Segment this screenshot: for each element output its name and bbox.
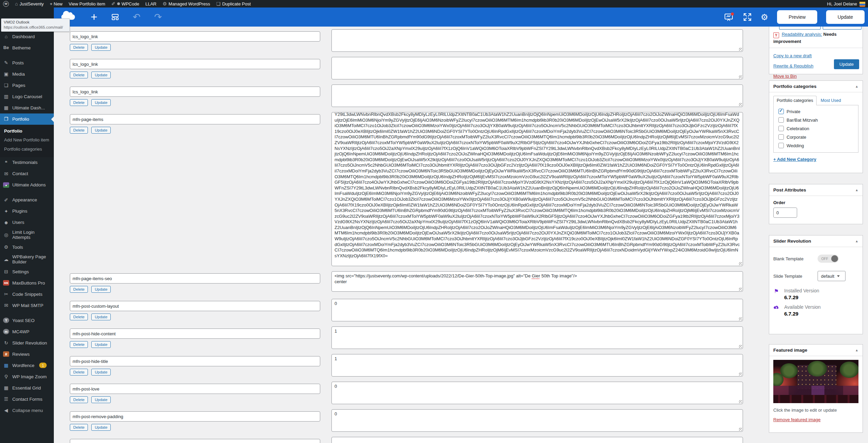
custom-field-value-textarea[interactable]: 0 <box>331 409 743 432</box>
frontend-preview-icon[interactable] <box>724 12 734 22</box>
category-corporate[interactable]: Corporate <box>778 134 855 140</box>
checkbox-icon[interactable] <box>778 117 784 123</box>
delete-field-button[interactable]: Delete <box>70 286 88 293</box>
preview-button[interactable]: Preview <box>777 10 817 24</box>
collapse-arrow-icon[interactable]: ▲ <box>855 348 858 352</box>
sidebar-item-dashboard[interactable]: ⌂ Dashboard <box>0 31 54 42</box>
custom-field-value-textarea[interactable]: <img src="https://justseventy.com/wp-con… <box>331 271 743 292</box>
sidebar-item-portfolio[interactable]: ❐ Portfolio <box>0 113 54 125</box>
custom-field-key-input[interactable] <box>70 114 320 124</box>
delete-field-button[interactable]: Delete <box>70 99 88 106</box>
update-field-button[interactable]: Update <box>91 286 111 293</box>
account-greeting[interactable]: Hi, Joel Delane <box>827 1 857 6</box>
custom-field-value-textarea[interactable] <box>331 437 743 443</box>
sidebar-item-appearance[interactable]: ✐ Appearance <box>0 195 54 206</box>
custom-field-value-textarea[interactable]: 1 <box>331 326 743 349</box>
sidebar-item-essential-grid[interactable]: ▦ Essential Grid <box>0 382 54 394</box>
update-field-button[interactable]: Update <box>91 341 111 348</box>
custom-field-key-input[interactable] <box>70 384 320 394</box>
sidebar-item-maxbuttons-pro[interactable]: MB MaxButtons Pro <box>0 277 54 289</box>
sidebar-item-media[interactable]: ▣ Media <box>0 68 54 80</box>
collapse-arrow-icon[interactable]: ▲ <box>855 188 858 192</box>
custom-field-key-input[interactable] <box>70 411 320 422</box>
delete-field-button[interactable]: Delete <box>70 396 88 403</box>
custom-field-value-textarea[interactable] <box>331 57 743 79</box>
fullscreen-icon[interactable] <box>743 13 752 21</box>
update-publish-button[interactable]: Update <box>834 59 859 69</box>
custom-field-key-input[interactable] <box>70 87 320 97</box>
wpcode-menu[interactable]: ✐ WPCode <box>108 0 142 7</box>
category-celebration[interactable]: Celebration <box>778 126 855 131</box>
tab-portfolio-categories[interactable]: Portfolio categories <box>773 96 817 105</box>
builder-settings-gear-icon[interactable]: ⚙ <box>761 12 768 22</box>
wp-logo-menu[interactable]: W <box>0 0 12 7</box>
update-field-button[interactable]: Update <box>91 127 111 134</box>
custom-field-key-input[interactable] <box>70 329 320 339</box>
add-element-button[interactable]: + <box>91 11 97 22</box>
readability-link[interactable]: Readability analysis: <box>782 32 822 37</box>
update-button-toolbar[interactable]: Update <box>826 10 865 24</box>
sidebar-item-users[interactable]: ☻ Users <box>0 217 54 228</box>
custom-field-value-textarea[interactable] <box>331 29 743 52</box>
order-input[interactable] <box>773 208 797 218</box>
collapse-arrow-icon[interactable]: ▲ <box>855 85 858 88</box>
update-field-button[interactable]: Update <box>91 44 111 51</box>
category-bar-bat-mitzvah[interactable]: Bar/Bat Mitzvah <box>778 117 855 123</box>
custom-field-key-input[interactable] <box>70 356 320 366</box>
update-field-button[interactable]: Update <box>91 99 111 106</box>
custom-field-value-textarea[interactable]: 1 <box>331 354 743 377</box>
custom-field-value-textarea[interactable] <box>331 85 743 107</box>
custom-field-key-input[interactable] <box>70 59 320 69</box>
llar-menu[interactable]: LLAR <box>142 0 160 7</box>
custom-field-key-input[interactable] <box>70 301 320 311</box>
sidebar-subitem-portfolio[interactable]: Portfolio <box>0 127 54 136</box>
category-private[interactable]: Private <box>778 109 855 114</box>
sidebar-item-code-snippets[interactable]: ✂ Code Snippets <box>0 289 54 300</box>
sidebar-item-contact[interactable]: ✉ Contact <box>0 168 54 180</box>
delete-field-button[interactable]: Delete <box>70 72 88 78</box>
slide-template-select[interactable]: default <box>818 271 846 281</box>
sidebar-item-slider-revolution[interactable]: ↻ Slider Revolution <box>0 337 54 349</box>
sidebar-item-wp-image-zoom[interactable]: ⚲ WP Image Zoom <box>0 371 54 382</box>
collapse-arrow-icon[interactable]: ▲ <box>855 239 858 243</box>
delete-field-button[interactable]: Delete <box>70 424 88 431</box>
panel-header-categories[interactable]: Portfolio categories ▲ <box>769 81 863 92</box>
custom-field-value-textarea[interactable]: Y29tL3dwLWNvbnRlbnQvdXBsb2Fkcy8yMDIyLzEy… <box>331 112 743 266</box>
delete-field-button[interactable]: Delete <box>70 314 88 320</box>
delete-field-button[interactable]: Delete <box>70 127 88 134</box>
category-wedding[interactable]: Wedding <box>778 143 855 148</box>
blank-template-toggle[interactable]: OFF <box>818 255 839 263</box>
sidebar-subitem-portfolio-categories[interactable]: Portfolio categories <box>0 145 54 154</box>
sidebar-item-tools[interactable]: ⚙ Tools <box>0 242 54 253</box>
sidebar-item-pages[interactable]: ❏ Pages <box>0 80 54 91</box>
panel-header-post-attributes[interactable]: Post Attributes ▲ <box>769 184 863 196</box>
site-name-menu[interactable]: ⌂ JustSeventy <box>12 0 47 7</box>
panel-header-slider-revolution[interactable]: Slider Revolution ▲ <box>769 235 863 247</box>
remove-featured-image-link[interactable]: Remove featured image <box>773 417 821 422</box>
view-portfolio-item-link[interactable]: View Portfolio item <box>66 0 108 7</box>
checkbox-icon[interactable] <box>778 109 784 114</box>
sidebar-item-wordfence[interactable]: ▦ Wordfence 1 <box>0 360 54 371</box>
update-field-button[interactable]: Update <box>91 369 111 376</box>
sidebar-item-collapse-menu[interactable]: ◀ Collapse menu <box>0 405 54 416</box>
tab-most-used[interactable]: Most Used <box>817 96 845 105</box>
custom-field-value-textarea[interactable]: 0 <box>331 299 743 321</box>
sidebar-item-wpbakery-page-builder[interactable]: ☁ WPBakery Page Builder <box>0 253 54 266</box>
avatar[interactable] <box>859 1 865 7</box>
sidebar-item-yoast-seo[interactable]: Y Yoast SEO <box>0 315 54 326</box>
custom-field-value-textarea[interactable]: 0 <box>331 382 743 404</box>
copy-to-new-draft-link[interactable]: Copy to a new draft <box>773 53 812 58</box>
add-new-category-link[interactable]: + Add New Category <box>773 157 816 162</box>
sidebar-item-ultimate-dash-[interactable]: ▦ Ultimate Dash... <box>0 102 54 113</box>
redo-button[interactable]: ↷ <box>154 13 162 22</box>
update-field-button[interactable]: Update <box>91 396 111 403</box>
delete-field-button[interactable]: Delete <box>70 369 88 376</box>
new-menu[interactable]: + New <box>47 0 65 7</box>
checkbox-icon[interactable] <box>778 126 784 131</box>
duplicate-post-menu[interactable]: ❏ Duplicate Post <box>213 0 254 7</box>
checkbox-icon[interactable] <box>778 134 784 140</box>
sidebar-item-plugins[interactable]: ✦ Plugins <box>0 206 54 217</box>
sidebar-item-contact-forms[interactable]: ☰ Contact Forms <box>0 394 54 405</box>
update-field-button[interactable]: Update <box>91 424 111 431</box>
delete-field-button[interactable]: Delete <box>70 44 88 51</box>
